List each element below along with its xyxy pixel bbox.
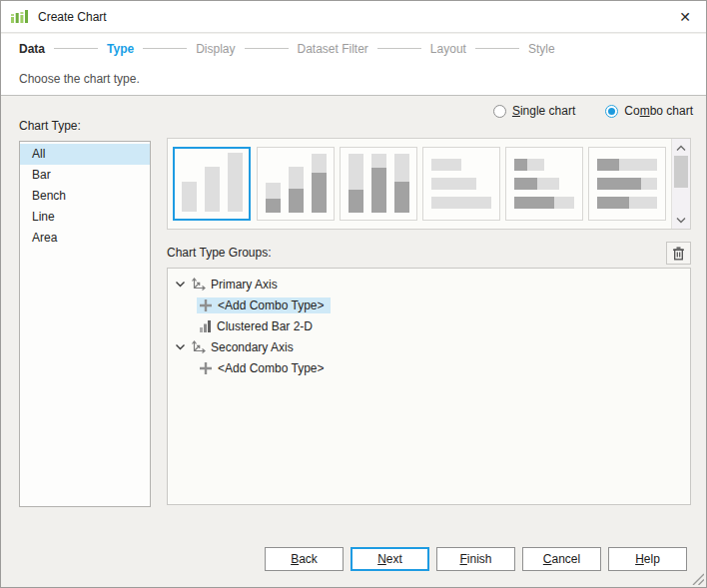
list-item-bench[interactable]: Bench bbox=[20, 186, 150, 207]
axis-icon bbox=[191, 277, 206, 292]
step-display[interactable]: Display bbox=[196, 42, 235, 56]
step-type[interactable]: Type bbox=[107, 42, 134, 56]
thumb-stacked-bar-2d[interactable] bbox=[257, 147, 335, 221]
single-chart-label: Single chart bbox=[512, 104, 575, 118]
radio-circle-icon bbox=[493, 105, 506, 118]
step-data[interactable]: Data bbox=[19, 42, 45, 56]
gallery-scrollbar[interactable] bbox=[671, 139, 690, 229]
step-separator bbox=[245, 48, 289, 49]
resize-grip[interactable] bbox=[689, 570, 704, 585]
tree-item-label: Secondary Axis bbox=[211, 340, 294, 354]
tree-row-primary-axis[interactable]: Primary Axis bbox=[168, 274, 690, 294]
single-chart-radio[interactable]: Single chart bbox=[493, 104, 575, 118]
clustered-bar-icon bbox=[199, 319, 212, 332]
chevron-down-icon[interactable] bbox=[175, 279, 186, 290]
list-item-all[interactable]: All bbox=[20, 144, 150, 165]
chevron-down-icon[interactable] bbox=[175, 341, 186, 352]
finish-button[interactable]: Finish bbox=[436, 547, 515, 571]
chart-subtype-gallery bbox=[167, 138, 691, 230]
chart-type-groups-tree: Primary Axis <Add Combo Type> Clustered … bbox=[167, 268, 691, 505]
percent-stacked-bench-icon bbox=[595, 159, 659, 209]
thumb-stacked-bench-2d[interactable] bbox=[505, 147, 583, 221]
plus-icon bbox=[199, 361, 213, 375]
thumb-clustered-bench-2d[interactable] bbox=[422, 147, 500, 221]
scroll-up-icon[interactable] bbox=[672, 141, 690, 155]
stacked-bench-icon bbox=[512, 159, 576, 209]
thumb-clustered-bar-2d[interactable] bbox=[173, 147, 251, 221]
wizard-subtitle: Choose the chart type. bbox=[19, 72, 140, 86]
percent-stacked-bar-icon bbox=[349, 154, 409, 213]
clustered-bar-icon bbox=[182, 153, 243, 212]
step-separator bbox=[475, 48, 519, 49]
scrollbar-thumb[interactable] bbox=[674, 156, 688, 188]
delete-button[interactable] bbox=[666, 242, 691, 265]
combo-chart-label: Combo chart bbox=[624, 104, 693, 118]
list-item-bar[interactable]: Bar bbox=[20, 165, 150, 186]
chart-type-groups-label: Chart Type Groups: bbox=[167, 246, 272, 260]
step-separator bbox=[143, 48, 187, 49]
back-button[interactable]: Back bbox=[265, 547, 344, 571]
chart-app-icon bbox=[11, 9, 29, 25]
step-style[interactable]: Style bbox=[528, 42, 555, 56]
subtitle-row: Choose the chart type. bbox=[1, 63, 706, 96]
step-dataset-filter[interactable]: Dataset Filter bbox=[298, 42, 368, 56]
tree-row-add-combo-type-secondary[interactable]: <Add Combo Type> bbox=[168, 357, 690, 378]
trash-icon bbox=[672, 247, 685, 261]
thumb-percent-stacked-bar-2d[interactable] bbox=[340, 147, 417, 221]
tree-row-add-combo-type-primary[interactable]: <Add Combo Type> bbox=[168, 294, 690, 315]
clustered-bench-icon bbox=[429, 159, 493, 209]
tree-row-clustered-bar-2d[interactable]: Clustered Bar 2-D bbox=[168, 315, 690, 336]
chart-mode-group: Single chart Combo chart bbox=[493, 104, 693, 118]
scroll-down-icon[interactable] bbox=[672, 213, 690, 227]
window-title: Create Chart bbox=[38, 10, 107, 24]
next-button[interactable]: Next bbox=[351, 547, 429, 571]
help-button[interactable]: Help bbox=[608, 547, 687, 571]
thumb-percent-stacked-bench-2d[interactable] bbox=[588, 147, 666, 221]
list-item-area[interactable]: Area bbox=[20, 228, 150, 249]
footer-buttons: Back Next Finish Cancel Help bbox=[265, 547, 687, 571]
cancel-button[interactable]: Cancel bbox=[522, 547, 601, 571]
tree-item-label: Primary Axis bbox=[211, 278, 278, 292]
stacked-bar-icon bbox=[266, 154, 327, 213]
step-layout[interactable]: Layout bbox=[430, 42, 466, 56]
tree-row-secondary-axis[interactable]: Secondary Axis bbox=[168, 336, 690, 357]
axis-icon bbox=[191, 339, 206, 354]
create-chart-dialog: Create Chart ✕ Data Type Display Dataset… bbox=[0, 0, 707, 588]
tree-item-label: <Add Combo Type> bbox=[218, 361, 325, 375]
chart-type-label: Chart Type: bbox=[19, 119, 81, 133]
radio-circle-icon bbox=[605, 105, 618, 118]
tree-item-label: Clustered Bar 2-D bbox=[217, 319, 313, 333]
plus-icon bbox=[199, 298, 213, 312]
list-item-line[interactable]: Line bbox=[20, 207, 150, 228]
close-icon[interactable]: ✕ bbox=[668, 1, 702, 33]
step-separator bbox=[377, 48, 421, 49]
wizard-steps: Data Type Display Dataset Filter Layout … bbox=[1, 34, 706, 63]
titlebar: Create Chart ✕ bbox=[1, 1, 706, 33]
combo-chart-radio[interactable]: Combo chart bbox=[605, 104, 693, 118]
tree-item-label: <Add Combo Type> bbox=[218, 298, 325, 312]
chart-type-list: All Bar Bench Line Area bbox=[19, 141, 151, 507]
step-separator bbox=[54, 48, 98, 49]
